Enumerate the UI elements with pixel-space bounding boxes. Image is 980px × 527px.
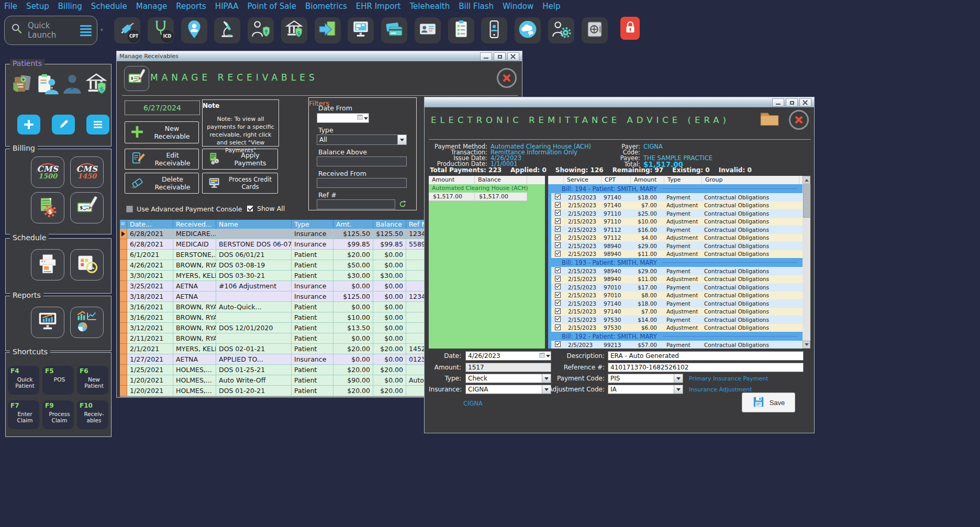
service-row[interactable]: 2/15/202398940$11.00AdjustmentContractua… <box>548 250 803 259</box>
row-selector[interactable] <box>120 250 127 260</box>
payment-row[interactable]: $1,517.00 $1,517.00 <box>429 193 545 201</box>
service-checkbox[interactable] <box>555 276 561 282</box>
menu-item-setup[interactable]: Setup <box>26 2 49 11</box>
workstation-button[interactable] <box>348 17 374 43</box>
scroll-up-icon[interactable] <box>803 176 810 184</box>
service-checkbox[interactable] <box>555 341 561 347</box>
service-checkbox[interactable] <box>555 316 561 322</box>
era-payments-grid[interactable]: Amount Balance Automated Clearing House … <box>429 176 545 349</box>
statements-button[interactable]: $ <box>31 192 64 223</box>
menu-item-point-of-sale[interactable]: Point of Sale <box>248 2 296 11</box>
quick-launch[interactable]: Quick Launch <box>4 16 97 45</box>
service-checkbox[interactable] <box>555 242 561 248</box>
scroll-down-icon[interactable] <box>803 341 810 349</box>
row-selector[interactable] <box>120 302 127 312</box>
era-services-grid[interactable]: ServiceCPTAmountTypeGroupBill: 194 - Pat… <box>548 176 803 349</box>
delete-receivable-button[interactable]: Delete Receivable <box>125 173 199 194</box>
menu-item-reports[interactable]: Reports <box>176 2 206 11</box>
receivable-row[interactable]: 2/1/2021MYERS, KELLYDOS 02-01-21Patient$… <box>120 344 438 354</box>
service-row[interactable]: 2/15/202397140$7.00AdjustmentContractual… <box>548 308 803 316</box>
show-all-checkbox[interactable]: Show All <box>247 205 285 212</box>
service-checkbox[interactable] <box>555 194 561 199</box>
era-maximize-button[interactable] <box>786 98 798 107</box>
row-selector[interactable] <box>120 365 127 375</box>
edit-patient-button[interactable] <box>52 115 75 134</box>
patient-security-button[interactable] <box>248 17 274 43</box>
apply-payments-button[interactable]: $ Apply Payments <box>202 149 278 170</box>
patient-list-button[interactable] <box>86 115 109 134</box>
row-selector[interactable] <box>120 333 127 344</box>
bill-group-header[interactable]: Bill: 194 - Patient: SMITH, MARY <box>548 184 803 193</box>
type-filter-select[interactable]: All <box>317 134 407 145</box>
received-from-input[interactable] <box>317 178 407 188</box>
era-adjustment-code-select[interactable]: IA <box>608 385 683 394</box>
service-row[interactable]: 2/15/202397110$10.00AdjustmentContractua… <box>548 218 803 226</box>
column-header-balance[interactable]: Balance <box>373 220 406 229</box>
service-checkbox[interactable] <box>555 267 561 273</box>
service-row[interactable]: 2/15/202398940$29.00PaymentContractual O… <box>548 267 803 275</box>
save-button[interactable]: Save <box>742 393 795 412</box>
shortcut-f10[interactable]: F10Receiv-ables <box>77 400 108 429</box>
lock-session-button[interactable] <box>620 17 640 40</box>
service-row[interactable]: 2/15/202397010$17.00PaymentContractual O… <box>548 283 803 291</box>
receivable-row[interactable]: 6/1/2021BERSTONE,...DOS 06/01/21Patient$… <box>120 250 438 260</box>
report-charts-button[interactable] <box>70 307 104 338</box>
cms-1500-button[interactable]: CMS1500 <box>31 156 64 188</box>
column-header-date[interactable]: Date... <box>127 220 173 229</box>
receivable-row[interactable]: 3/18/2021AETNAInsurance$125.00$0.001234 <box>120 291 438 302</box>
cms-1450-button[interactable]: CMS1450 <box>70 156 104 188</box>
payment-cards-button[interactable] <box>381 17 407 43</box>
shortcut-f9[interactable]: F9Process Claim <box>42 400 74 429</box>
service-checkbox[interactable] <box>555 292 561 298</box>
checklist-button[interactable] <box>448 17 474 43</box>
balance-above-input[interactable] <box>317 156 407 166</box>
service-checkbox[interactable] <box>555 234 561 240</box>
shortcut-f4[interactable]: F4Quick Patient <box>8 366 39 395</box>
column-header-amt[interactable]: Amt. <box>333 220 373 229</box>
dropdown-arrow-icon[interactable] <box>674 374 683 383</box>
era-close-button[interactable] <box>799 98 811 107</box>
minimize-button[interactable] <box>480 52 492 61</box>
era-insurance-select[interactable]: CIGNA <box>465 385 551 394</box>
id-badge-button[interactable] <box>415 17 441 43</box>
menu-item-schedule[interactable]: Schedule <box>91 2 127 11</box>
dropdown-arrow-icon[interactable] <box>674 385 683 394</box>
row-selector[interactable] <box>120 239 127 250</box>
print-schedule-button[interactable] <box>31 249 64 281</box>
row-selector[interactable] <box>120 323 127 333</box>
close-button[interactable] <box>507 52 519 61</box>
patient-cards-icon[interactable] <box>10 72 34 97</box>
receivable-row[interactable]: 6/28/2021MEDICARE...Insurance$125.50$125… <box>120 229 438 239</box>
receivable-row[interactable]: 1/20/2021HOLMES,...DOS 01-20-21Patient$2… <box>120 386 438 396</box>
row-selector[interactable] <box>120 375 127 386</box>
receivable-row[interactable]: 1/27/2021AETNAAPPLIED TO...Insurance$0.0… <box>120 354 438 365</box>
services-scrollbar[interactable] <box>803 176 810 349</box>
era-payment-code-select[interactable]: PIS <box>608 374 683 383</box>
service-row[interactable]: 2/15/202397140$18.00PaymentContractual O… <box>548 193 803 201</box>
service-checkbox[interactable] <box>555 210 561 216</box>
era-titlebar[interactable] <box>425 97 814 107</box>
service-row[interactable]: 2/15/202398940$29.00PaymentContractual O… <box>548 242 803 250</box>
receivable-row[interactable]: 3/30/2021MYERS, KELLYDOS 03-30-21Patient… <box>120 271 438 281</box>
refresh-icon[interactable] <box>398 199 407 211</box>
era-minimize-button[interactable] <box>772 98 784 107</box>
service-checkbox[interactable] <box>555 218 561 224</box>
era-description-input[interactable]: ERA - Auto Generated <box>608 351 804 361</box>
era-reference-input[interactable]: 410171370-1682526102 <box>608 363 804 372</box>
open-folder-button[interactable] <box>758 109 782 130</box>
appointments-button[interactable] <box>70 249 104 281</box>
menu-item-file[interactable]: File <box>4 2 17 11</box>
column-header-name[interactable]: Name <box>216 220 292 229</box>
menu-item-hipaa[interactable]: HIPAA <box>215 2 239 11</box>
era-calendar-picker-icon[interactable] <box>538 352 551 360</box>
row-selector[interactable] <box>120 260 127 271</box>
add-patient-button[interactable] <box>17 115 40 134</box>
column-header-type[interactable]: Type <box>292 220 333 229</box>
bank-funds-button[interactable]: $ <box>281 17 307 43</box>
service-row[interactable]: 2/15/202397112$4.00AdjustmentContractual… <box>548 234 803 242</box>
payer-link[interactable]: CIGNA <box>463 400 483 407</box>
service-row[interactable]: 2/15/202398940$11.00AdjustmentContractua… <box>548 275 803 284</box>
row-selector[interactable] <box>120 354 127 365</box>
row-selector[interactable] <box>120 271 127 281</box>
receivable-row[interactable]: 6/28/2021MEDICAIDBERSTONE DOS 06-07...In… <box>120 239 438 250</box>
